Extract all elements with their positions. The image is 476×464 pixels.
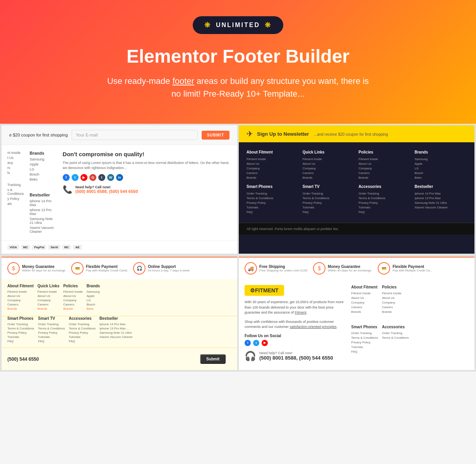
feat-shipping-sub: Free Shipping for orders over £130 bbox=[259, 269, 307, 272]
tmpl1-bot-item: Company bbox=[7, 299, 34, 302]
tmpl2-nav-item: Brands bbox=[247, 176, 299, 179]
tmpl1-nav-item: y Policy bbox=[7, 197, 24, 201]
tmpl2-smarttv-title: Smart TV bbox=[303, 184, 355, 189]
tmpl2-nav-item: Brands bbox=[303, 176, 355, 179]
tmpl1-helpbox: 📞 Need help? Call now! (500) 8001 8588, … bbox=[63, 185, 231, 194]
tmpl1-bot-item: FAQ bbox=[69, 339, 96, 343]
preview-grid-2: $ Money Guarantee Within 40 days for an … bbox=[0, 255, 476, 372]
tmpl1-brand-beko: Beko bbox=[30, 177, 57, 181]
tmpl1-bot-accessories-title: Accessories bbox=[69, 316, 96, 321]
tmpl2-nav-item: Privacy Policy bbox=[303, 201, 355, 205]
preview-grid: e $20 coupon for first shopping Your E-m… bbox=[0, 124, 476, 255]
tmpl2-nav-item: About Us bbox=[359, 162, 411, 165]
tmpl2-nav-smarttv: Smart TV Order Tracking Terms & Conditio… bbox=[303, 184, 355, 215]
feat-money-title: Money Guarantee bbox=[22, 264, 65, 269]
template-1-card: e $20 coupon for first shopping Your E-m… bbox=[2, 125, 237, 254]
wordpress-icon[interactable]: W bbox=[107, 174, 114, 181]
twitter-icon-2[interactable]: t bbox=[253, 340, 259, 346]
feat-payment-title-2: Flexible Payment bbox=[392, 264, 432, 269]
tmpl1-bot-item-brands: Brands bbox=[7, 307, 34, 310]
tmpl2-fit-item: Careers bbox=[382, 305, 409, 309]
hero-section: ❊ UNLIMITED ❊ Elementor Footer Builder U… bbox=[0, 0, 476, 124]
youtube-icon-2[interactable]: ▶ bbox=[262, 340, 268, 346]
tmpl2-bestseller-title: Bestseller bbox=[414, 184, 467, 189]
feat-money-sub-2: Within 40 days for an exchange. bbox=[328, 269, 372, 272]
tmpl2-nav-item: Careers bbox=[247, 171, 299, 175]
headphone-icon: 🎧 bbox=[133, 262, 146, 275]
tmpl1-bot-item-brands: Brands bbox=[63, 307, 82, 310]
tmpl2-about-title: About Fitment bbox=[247, 150, 299, 154]
tmpl2-newsletter-sub: ...and receive $20 coupon for first shop… bbox=[314, 132, 388, 136]
snowflake-icon-left: ❊ bbox=[204, 21, 211, 29]
tmpl2-fit-item: Tutorials bbox=[351, 345, 378, 349]
tmpl2-newsletter-bar: ✈ Sign Up to Newsletter ...and receive $… bbox=[239, 125, 474, 142]
payment-icon: 💳 bbox=[71, 262, 84, 275]
tmpl2-fit-item: Brands bbox=[351, 310, 378, 314]
tmpl1-submit-button[interactable]: SUBMIT bbox=[202, 131, 229, 140]
feat-money-title-2: Money Guarantee bbox=[328, 264, 372, 269]
tmpl2-quick-title: Quick Links bbox=[303, 150, 355, 154]
tmpl1-bot-item: Fitment Inside bbox=[38, 290, 60, 293]
feat-free-shipping: 🚚 Free Shipping Free Shipping for orders… bbox=[245, 262, 307, 275]
tmpl2-nav-item: LG bbox=[414, 167, 467, 170]
tmpl2-fit-col-about: About Fitment Fitment Inside About Us Co… bbox=[351, 285, 378, 362]
tmpl1-nav-col1: nt Inside t Us any rs ls Tracking s & Co… bbox=[7, 151, 24, 235]
fitment-logo: ⚙FITMENT bbox=[245, 285, 284, 296]
tmpl2-nav-item: Terms & Conditions bbox=[359, 196, 411, 200]
tmpl2-fit-item: About Us bbox=[382, 296, 409, 300]
amex-badge: MC bbox=[62, 245, 71, 250]
tmpl2-helpbox: 🎧 Need help? Call now! (500) 8001 8588, … bbox=[245, 351, 346, 362]
tmpl2-nav-item: Order Tracking bbox=[359, 192, 411, 195]
tmpl1-bot-smartphones-title: Smart Phones bbox=[7, 316, 34, 321]
tmpl2-nav-item: Privacy Policy bbox=[247, 201, 299, 205]
tmpl1-bot-item: Privacy Policy bbox=[7, 331, 34, 334]
tumblr-icon[interactable]: t bbox=[98, 174, 105, 181]
tmpl2-nav-item: Beko bbox=[414, 176, 467, 179]
tmpl1-bot-item: Terms & Conditions bbox=[69, 327, 96, 330]
hero-subtitle: Use ready-made footer areas or build any… bbox=[103, 75, 373, 100]
tmpl1-bot-item: Tutorials bbox=[7, 335, 34, 339]
tmpl2-nav-item: Fitment Inside bbox=[303, 157, 355, 161]
fitment-follow-label: Follow Us on Social bbox=[245, 334, 346, 338]
tmpl2-fit-item: Order Tracking bbox=[382, 331, 409, 335]
facebook-icon[interactable]: f bbox=[63, 174, 70, 181]
linkedin-icon[interactable]: in bbox=[116, 174, 123, 181]
tmpl2-nav-policies: Policies Fitment Inside About Us Company… bbox=[359, 150, 411, 181]
tmpl2-fit-item: FAQ bbox=[351, 350, 378, 353]
tmpl1-features-bar: $ Money Guarantee Within 40 days for an … bbox=[2, 257, 237, 279]
feat-support-title: Online Support bbox=[148, 264, 190, 269]
tmpl1-email-input[interactable]: Your E-mail bbox=[72, 130, 198, 140]
tmpl2-fit-item: Brands bbox=[382, 310, 409, 314]
tmpl2-fit-about-title: About Fitment bbox=[351, 285, 378, 289]
facebook-icon-2[interactable]: f bbox=[245, 340, 251, 346]
tmpl1-bot-item: Privacy Policy bbox=[69, 331, 96, 334]
tmpl2-fit-accessories-title: Accessories bbox=[382, 325, 409, 329]
tmpl2-nav-item: Bosch bbox=[414, 171, 467, 175]
tmpl1-nav-item: nt Inside bbox=[7, 151, 24, 155]
tmpl2-fit-item: Terms & Conditions bbox=[382, 336, 409, 339]
tmpl1-bot-item: Iphone 14 Pro Max bbox=[99, 322, 133, 326]
twitter-icon[interactable]: t bbox=[72, 174, 79, 181]
tmpl1-submit-big-button[interactable]: Submit bbox=[200, 354, 226, 364]
badge-label: UNLIMITED bbox=[216, 22, 260, 29]
visa-badge: VISA bbox=[7, 245, 19, 250]
tmpl1-coupon-text: e $20 coupon for first shopping bbox=[9, 133, 68, 137]
tmpl2-fitment-left: ⚙FITMENT With 30 years of experience, ge… bbox=[245, 285, 346, 362]
tmpl1-bot-item-brands: Brands bbox=[38, 307, 60, 310]
tmpl1-best1: Iphone 14 Pro Max bbox=[30, 199, 57, 207]
payment-icon-2: 💳 bbox=[378, 262, 390, 275]
tmpl1-bot-item: Company bbox=[38, 299, 60, 302]
tmpl1-quality-title: Don't compromise on quality! bbox=[63, 151, 231, 157]
tmpl2-nav-bestseller: Bestseller Iphone 14 Pro Max Iphone 13 P… bbox=[414, 184, 467, 215]
youtube-icon[interactable]: ▶ bbox=[80, 174, 87, 181]
tmpl1-best3: Samsung Note 21 Ultra bbox=[30, 217, 57, 225]
tmpl1-nav-item: any bbox=[7, 161, 24, 165]
tmpl1-nav-item: rs bbox=[7, 166, 24, 170]
tmpl1-bot-col-smartphones: Smart Phones Order Tracking Terms & Cond… bbox=[7, 316, 34, 344]
tmpl1-bot-item: About Us bbox=[7, 294, 34, 298]
tmpl2-nav-item: About Us bbox=[303, 162, 355, 165]
tmpl2-nav-item: Samsung Note 21 Ultra bbox=[414, 201, 467, 205]
tmpl1-brand-lg: LG bbox=[30, 167, 57, 171]
google-icon[interactable]: G bbox=[89, 174, 96, 181]
fitment-desc2: Shop with confidence with thousands of p… bbox=[245, 319, 346, 330]
